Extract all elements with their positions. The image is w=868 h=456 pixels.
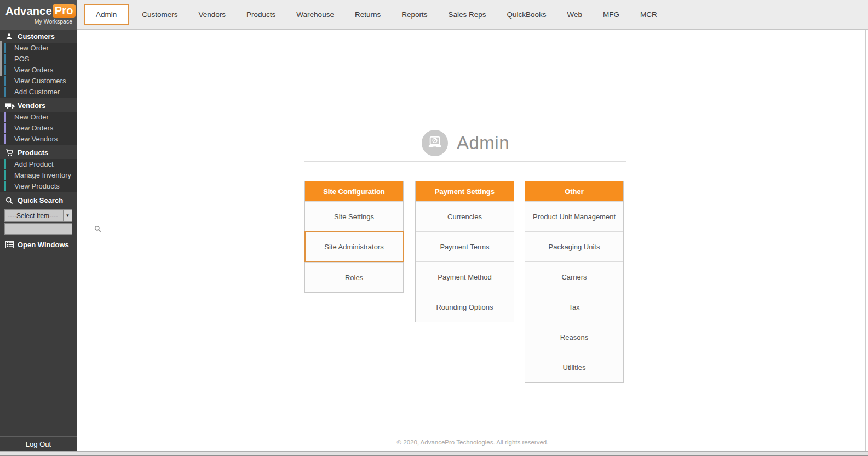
sidebar-item-view-products[interactable]: View Products	[0, 181, 77, 192]
panel-item-payment-method[interactable]: Payment Method	[416, 261, 514, 292]
sidebar-item-view-orders[interactable]: View Orders	[0, 65, 77, 76]
quick-search-input[interactable]	[5, 224, 94, 234]
cart-icon	[5, 149, 15, 157]
tab-quickbooks[interactable]: QuickBooks	[497, 10, 557, 19]
logout-button[interactable]: Log Out	[0, 436, 77, 451]
main-content: Admin Site ConfigurationSite SettingsSit…	[77, 30, 868, 451]
sidebar-section-label: Products	[18, 149, 48, 157]
sidebar: AdvancePro My Workspace CustomersNew Ord…	[0, 0, 77, 451]
sidebar-item-pos[interactable]: POS	[0, 54, 77, 65]
scroll-edge	[865, 30, 866, 451]
panel-header-site-configuration: Site Configuration	[305, 181, 403, 201]
sidebar-section-label: Customers	[18, 32, 55, 41]
tab-vendors[interactable]: Vendors	[188, 10, 237, 19]
sidebar-item-add-product[interactable]: Add Product	[0, 159, 77, 170]
panel-item-roles[interactable]: Roles	[305, 262, 403, 292]
sidebar-resize-handle[interactable]	[0, 41, 2, 76]
page-title: Admin	[457, 133, 509, 153]
sidebar-section-products: Products	[0, 146, 77, 159]
tab-customers[interactable]: Customers	[131, 10, 188, 19]
page-header: Admin	[304, 124, 626, 162]
workspace-label: My Workspace	[5, 18, 72, 25]
logo-text-pro: Pro	[53, 4, 76, 18]
sidebar-item-new-order[interactable]: New Order	[0, 112, 77, 123]
tab-mfg[interactable]: MFG	[593, 10, 630, 19]
chevron-down-icon[interactable]: ▼	[63, 210, 72, 221]
tab-warehouse[interactable]: Warehouse	[286, 10, 344, 19]
tab-returns[interactable]: Returns	[344, 10, 391, 19]
sidebar-item-add-customer[interactable]: Add Customer	[0, 87, 77, 98]
quick-search-header: Quick Search	[0, 193, 77, 207]
panel-item-payment-terms[interactable]: Payment Terms	[416, 231, 514, 261]
panel-item-utilities[interactable]: Utilities	[525, 352, 623, 382]
tab-web[interactable]: Web	[557, 10, 593, 19]
sidebar-section-label: Vendors	[18, 101, 45, 110]
panel-site-configuration: Site ConfigurationSite SettingsSite Admi…	[304, 181, 404, 293]
window-bottom-bar	[0, 451, 868, 456]
panel-item-site-administrators[interactable]: Site Administrators	[304, 231, 404, 262]
panel-item-tax[interactable]: Tax	[525, 292, 623, 322]
quick-search-label: Quick Search	[18, 196, 63, 204]
panel-item-site-settings[interactable]: Site Settings	[305, 201, 403, 231]
sidebar-item-view-vendors[interactable]: View Vendors	[0, 134, 77, 145]
open-windows-label: Open Windows	[18, 241, 69, 249]
user-icon	[5, 33, 15, 41]
search-submit-icon[interactable]	[94, 225, 101, 232]
panel-other: OtherProduct Unit ManagementPackaging Un…	[525, 181, 624, 383]
panel-payment-settings: Payment SettingsCurrenciesPayment TermsP…	[415, 181, 514, 322]
tab-admin[interactable]: Admin	[84, 4, 129, 25]
logo-text-advance: Advance	[5, 5, 52, 18]
tab-products[interactable]: Products	[236, 10, 286, 19]
open-windows-header[interactable]: Open Windows	[0, 238, 77, 252]
quick-search-select[interactable]: ----Select Item---- ▼	[4, 209, 72, 222]
panel-header-other: Other	[525, 181, 623, 201]
truck-icon	[5, 102, 15, 110]
tab-reports[interactable]: Reports	[391, 10, 438, 19]
sidebar-item-manage-inventory[interactable]: Manage Inventory	[0, 170, 77, 181]
panel-header-payment-settings: Payment Settings	[416, 181, 514, 201]
app-logo: AdvancePro My Workspace	[0, 0, 77, 30]
tab-mcr[interactable]: MCR	[630, 10, 668, 19]
panel-item-currencies[interactable]: Currencies	[416, 201, 514, 231]
sidebar-section-vendors: Vendors	[0, 99, 77, 112]
sidebar-section-customers: Customers	[0, 30, 77, 43]
tab-sales-reps[interactable]: Sales Reps	[438, 10, 496, 19]
panel-item-product-unit-management[interactable]: Product Unit Management	[525, 201, 623, 231]
panel-item-rounding-options[interactable]: Rounding Options	[416, 292, 514, 322]
panel-item-reasons[interactable]: Reasons	[525, 322, 623, 352]
search-icon	[5, 197, 15, 204]
panel-item-carriers[interactable]: Carriers	[525, 261, 623, 292]
sidebar-item-new-order[interactable]: New Order	[0, 43, 77, 54]
top-nav: AdminCustomersVendorsProductsWarehouseRe…	[77, 0, 868, 30]
quick-search-select-value: ----Select Item----	[5, 212, 63, 220]
windows-icon	[5, 241, 15, 249]
panel-item-packaging-units[interactable]: Packaging Units	[525, 231, 623, 261]
sidebar-item-view-customers[interactable]: View Customers	[0, 76, 77, 87]
sidebar-item-view-orders[interactable]: View Orders	[0, 123, 77, 134]
copyright-footer: © 2020, AdvancePro Technologies. All rig…	[77, 439, 868, 446]
admin-laptop-icon	[422, 130, 448, 156]
